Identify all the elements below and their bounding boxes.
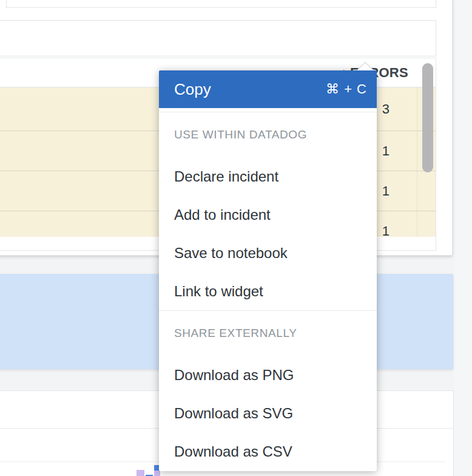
menu-caret-diamond	[357, 62, 374, 70]
menu-item-add-to-incident[interactable]: Add to incident	[159, 195, 377, 234]
page-background-strip	[454, 0, 472, 476]
menu-item-link-to-widget[interactable]: Link to widget	[159, 272, 377, 310]
menu-item-save-to-notebook[interactable]: Save to notebook	[159, 234, 377, 272]
widget-toolbar-box	[0, 20, 436, 56]
menu-item-download-csv[interactable]: Download as CSV	[159, 432, 377, 471]
vertical-scrollbar-thumb[interactable]	[422, 63, 433, 172]
copy-label: Copy	[174, 80, 211, 99]
bar-segment	[137, 470, 144, 476]
menu-item-download-png[interactable]: Download as PNG	[159, 356, 377, 394]
row-gutter	[417, 171, 436, 211]
row-gutter	[417, 211, 436, 237]
menu-section-header-datadog: USE WITHIN DATADOG	[159, 112, 377, 157]
bar-segment	[154, 471, 160, 476]
menu-item-copy[interactable]: Copy ⌘ + C	[159, 70, 377, 108]
widget-header-box	[6, 0, 436, 8]
menu-item-declare-incident[interactable]: Declare incident	[159, 157, 377, 195]
datadog-dashboard-page: { "menu": { "copy_label": "Copy", "copy_…	[0, 0, 472, 476]
menu-item-download-svg[interactable]: Download as SVG	[159, 394, 377, 432]
copy-shortcut: ⌘ + C	[326, 81, 367, 97]
menu-caret	[357, 58, 374, 70]
menu-section-header-share: SHARE EXTERNALLY	[159, 311, 377, 356]
context-menu: Copy ⌘ + C USE WITHIN DATADOG Declare in…	[159, 70, 377, 471]
